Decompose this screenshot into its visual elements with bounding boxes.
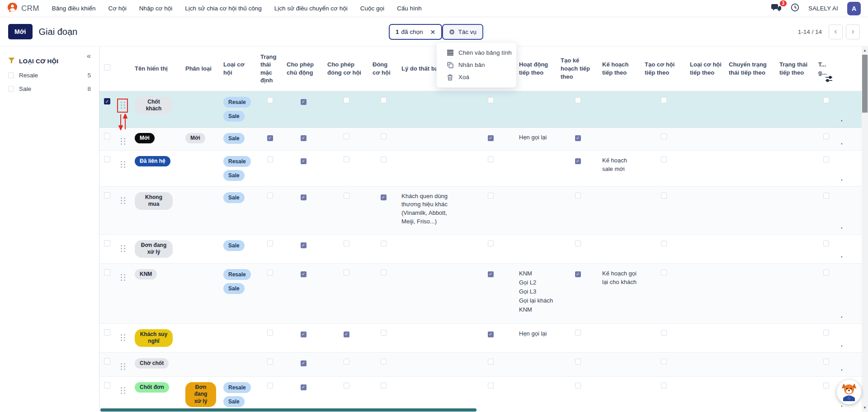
last_col-checkbox[interactable] [823, 330, 829, 336]
row-select-checkbox[interactable] [104, 156, 110, 162]
drag-handle[interactable] [121, 197, 125, 204]
row-select-checkbox[interactable] [104, 133, 110, 139]
last_col-checkbox[interactable] [823, 97, 829, 103]
create_next_opportunity-checkbox[interactable] [661, 193, 667, 199]
table-row[interactable]: Khách suy nghĩ✓✓✓Hẹn gọi lại. [99, 323, 862, 352]
allow_close-checkbox[interactable] [344, 359, 349, 365]
default_status-checkbox[interactable] [267, 241, 273, 246]
table-row[interactable]: MớiMớiSale✓✓✓Hẹn gọi lại✓. [99, 127, 862, 150]
create_next_opportunity-checkbox[interactable] [661, 156, 667, 162]
allow_close-checkbox[interactable] [344, 133, 349, 139]
nav-item[interactable]: Cấu hình [397, 5, 422, 12]
user-avatar[interactable]: A [847, 2, 861, 15]
allow_close-checkbox[interactable] [344, 97, 349, 103]
close_opportunity-checkbox[interactable] [381, 133, 387, 139]
drag-handle[interactable] [121, 138, 125, 145]
allow_close-checkbox[interactable] [344, 383, 349, 388]
last_col-checkbox[interactable] [823, 359, 829, 365]
table-row[interactable]: Đơn đang xử lýSale✓. [99, 234, 862, 263]
close_opportunity-checkbox[interactable] [381, 97, 387, 103]
nav-item[interactable]: Nhập cơ hội [139, 5, 172, 12]
create_next_plan-checkbox[interactable] [575, 193, 581, 199]
chat-icon[interactable]: 3 [771, 4, 782, 13]
selected-count-chip[interactable]: 1 đã chọn ✕ [389, 24, 442, 40]
allow_close-checkbox[interactable] [344, 270, 349, 275]
vertical-scrollbar-thumb[interactable] [862, 55, 868, 113]
last_col-checkbox[interactable] [823, 193, 829, 199]
close_opportunity-checkbox[interactable] [381, 383, 387, 388]
col_hidden-checkbox[interactable] [488, 156, 494, 162]
nav-item[interactable]: Lịch sử chia cơ hội thủ công [185, 5, 261, 12]
allow_active-checkbox[interactable]: ✓ [301, 135, 307, 141]
table-row[interactable]: Chờ chốt✓. [99, 352, 862, 376]
allow_active-checkbox[interactable]: ✓ [301, 331, 307, 337]
row-select-checkbox[interactable] [104, 269, 110, 275]
table-row[interactable]: Chốt đơnĐơn đang xử lýResaleSale✓. [99, 376, 862, 412]
col_hidden-checkbox[interactable]: ✓ [488, 271, 494, 277]
col_hidden-checkbox[interactable] [488, 383, 494, 388]
create_next_plan-checkbox[interactable] [575, 359, 581, 365]
create_next_opportunity-checkbox[interactable] [661, 133, 667, 139]
last_col-checkbox[interactable] [823, 383, 829, 388]
col_hidden-checkbox[interactable] [488, 359, 494, 365]
drag-handle[interactable] [121, 161, 125, 168]
col_hidden-checkbox[interactable] [488, 241, 494, 246]
menu-item-duplicate[interactable]: Nhân bản [437, 59, 516, 71]
create_next_plan-checkbox[interactable]: ✓ [575, 135, 581, 141]
default_status-checkbox[interactable] [267, 383, 273, 388]
default_status-checkbox[interactable]: ✓ [267, 135, 273, 141]
drag-handle[interactable] [121, 102, 125, 109]
allow_active-checkbox[interactable]: ✓ [301, 360, 307, 366]
create_next_opportunity-checkbox[interactable] [661, 330, 667, 336]
allow_close-checkbox[interactable]: ✓ [344, 331, 349, 337]
drag-handle[interactable] [121, 334, 125, 341]
create_next_plan-checkbox[interactable]: ✓ [575, 271, 581, 277]
create_next_opportunity-checkbox[interactable] [661, 383, 667, 388]
drag-handle[interactable] [121, 363, 125, 370]
allow_active-checkbox[interactable]: ✓ [301, 194, 307, 200]
col_hidden-checkbox[interactable] [488, 97, 494, 103]
filter-option-resale[interactable]: Resale5 [8, 72, 91, 79]
default_status-checkbox[interactable] [267, 97, 273, 103]
filter-checkbox[interactable] [8, 86, 14, 92]
filter-checkbox[interactable] [8, 72, 14, 78]
drag-handle[interactable] [121, 274, 125, 281]
row-select-checkbox[interactable] [104, 192, 110, 199]
row-select-checkbox[interactable] [104, 382, 110, 388]
column-settings-icon[interactable] [825, 76, 833, 84]
row-select-checkbox[interactable] [104, 358, 110, 365]
create_next_opportunity-checkbox[interactable] [661, 359, 667, 365]
last_col-checkbox[interactable] [823, 156, 829, 162]
allow_close-checkbox[interactable] [344, 193, 349, 199]
allow_active-checkbox[interactable]: ✓ [301, 384, 307, 390]
table-row[interactable]: KNMResaleSale✓✓KNMGọi L2Gọi L3Gọi lại kh… [99, 263, 862, 323]
col_hidden-checkbox[interactable] [488, 193, 494, 199]
menu-item-insert-rows[interactable]: Chèn vào bảng tính [437, 47, 516, 59]
default_status-checkbox[interactable] [267, 359, 273, 365]
horizontal-scrollbar-thumb[interactable] [100, 408, 476, 412]
table-row[interactable]: ✓Chốt kháchResaleSale✓. [99, 91, 862, 127]
prev-page-button[interactable]: ‹ [829, 24, 843, 39]
table-row[interactable]: Khong muaSale✓✓Khách quen dùng thương hi… [99, 186, 862, 234]
close_opportunity-checkbox[interactable] [381, 241, 387, 246]
create_next_opportunity-checkbox[interactable] [661, 241, 667, 246]
clear-selection-icon[interactable]: ✕ [430, 28, 436, 36]
last_col-checkbox[interactable] [823, 270, 829, 275]
history-clock-icon[interactable] [791, 3, 799, 14]
row-select-checkbox[interactable]: ✓ [104, 98, 110, 104]
select-all-checkbox[interactable] [104, 64, 110, 71]
default_status-checkbox[interactable] [267, 270, 273, 275]
col_hidden-checkbox[interactable]: ✓ [488, 331, 494, 337]
scroll-down-icon[interactable]: ▼ [862, 406, 868, 410]
filter-option-sale[interactable]: Sale8 [8, 85, 91, 92]
table-row[interactable]: Đã liên hệResaleSale✓✓Kế hoạch sale mới. [99, 150, 862, 186]
drag-handle[interactable] [121, 387, 125, 394]
scroll-up-icon[interactable]: ▲ [862, 48, 868, 52]
last_col-checkbox[interactable] [823, 241, 829, 246]
close_opportunity-checkbox[interactable] [381, 359, 387, 365]
default_status-checkbox[interactable] [267, 330, 273, 336]
default_status-checkbox[interactable] [267, 156, 273, 162]
allow_active-checkbox[interactable]: ✓ [301, 271, 307, 277]
close_opportunity-checkbox[interactable] [381, 270, 387, 275]
create_next_opportunity-checkbox[interactable] [661, 97, 667, 103]
